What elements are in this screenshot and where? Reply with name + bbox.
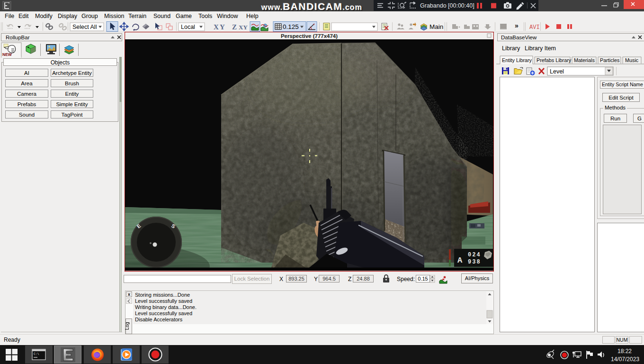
svg-text:Prefabs Library: Prefabs Library [537, 57, 572, 63]
svg-text:Main: Main [429, 23, 443, 30]
svg-text:Level: Level [550, 68, 564, 75]
svg-text:Z: Z [232, 23, 237, 31]
svg-text:Materials: Materials [574, 57, 595, 63]
svg-text:0.125: 0.125 [283, 23, 299, 30]
svg-text:Select All: Select All [72, 24, 97, 30]
svg-text:Grabando [00:00:40]: Grabando [00:00:40] [420, 2, 474, 9]
svg-text:938: 938 [468, 259, 481, 265]
svg-text:NEW: NEW [2, 52, 12, 57]
svg-text:XY: XY [239, 24, 248, 31]
svg-text:Local: Local [181, 24, 195, 30]
svg-text:C:\: C:\ [34, 353, 39, 356]
svg-text:Perspective (777x474): Perspective (777x474) [281, 33, 338, 39]
svg-text:Y: Y [220, 23, 225, 31]
svg-text:Music: Music [625, 57, 639, 63]
svg-text:Particles: Particles [600, 57, 620, 63]
svg-text:X: X [214, 23, 219, 31]
svg-text:AVI: AVI [529, 24, 540, 31]
svg-text:Entity Library: Entity Library [502, 57, 532, 63]
svg-text:024: 024 [468, 252, 481, 258]
svg-text:»: » [515, 22, 519, 29]
svg-text:A: A [457, 256, 463, 265]
